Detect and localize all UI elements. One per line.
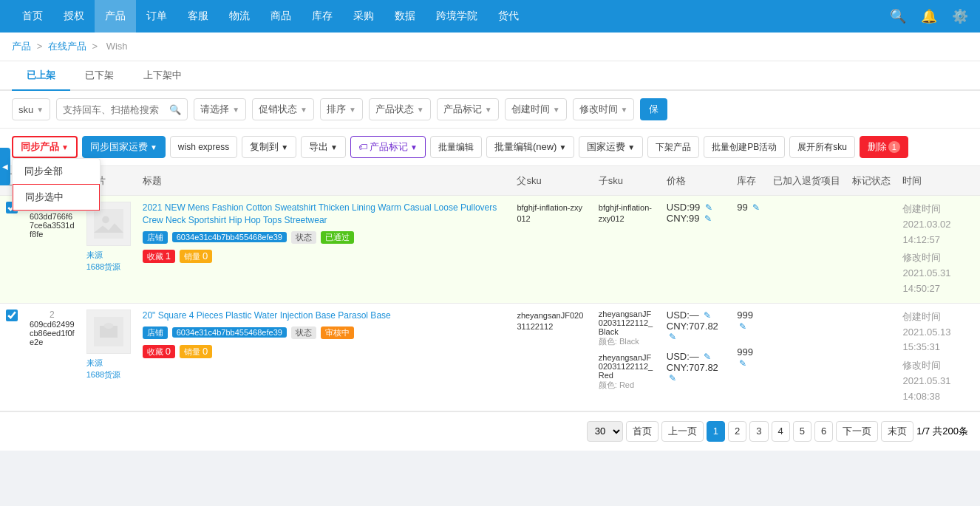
nav-data[interactable]: 数据 <box>384 0 426 33</box>
row2-checkbox-cell <box>0 303 24 411</box>
row1-status-badge: 已通过 <box>321 231 354 244</box>
row2-child-sku2: zheyangsanJF02031122112_Red <box>599 353 655 380</box>
country-shipping-dropdown: 国家运费 ▼ <box>579 136 643 158</box>
tab-delisted[interactable]: 已下架 <box>70 61 129 91</box>
breadcrumb: 产品 > 在线产品 > Wish <box>0 33 980 61</box>
row2-price-cny2-edit-icon[interactable]: ✎ <box>669 373 676 383</box>
row2-mark-cell <box>846 303 896 411</box>
batch-edit-new-button[interactable]: 批量编辑(new) ▼ <box>486 136 574 158</box>
row2-status-badge: 审核中 <box>321 326 354 339</box>
batch-create-pb-button[interactable]: 批量创建PB活动 <box>704 136 785 158</box>
filter-bar: sku ▼ 🔍 请选择 ▼ 促销状态 ▼ 排序 ▼ 产品状态 ▼ 产品标记 ▼ … <box>0 91 980 129</box>
row1-price-usd-edit-icon[interactable]: ✎ <box>705 202 712 213</box>
row2-modify-time: 修改时间 2021.05.31 14:08:38 <box>902 358 974 404</box>
batch-edit-new-arrow-icon: ▼ <box>559 143 566 151</box>
nav-logistics[interactable]: 物流 <box>219 0 260 33</box>
row2-stock2-edit-icon[interactable]: ✎ <box>739 358 746 369</box>
remove-product-button[interactable]: 下架产品 <box>647 136 699 158</box>
svg-point-1 <box>102 216 109 224</box>
page-6-button[interactable]: 6 <box>814 421 833 442</box>
delete-button[interactable]: 删除 1 <box>860 136 908 158</box>
row1-title[interactable]: 2021 NEW Mens Fashion Cotton Sweatshirt … <box>143 202 506 227</box>
row2-title[interactable]: 20" Square 4 Pieces Plastic Water Inject… <box>143 310 506 322</box>
sync-country-shipping-button[interactable]: 同步国家运费 ▼ <box>82 136 166 158</box>
create-time-filter[interactable]: 创建时间 ▼ <box>505 98 567 120</box>
sidebar-collapse-button[interactable]: ◀ <box>0 148 10 185</box>
last-page-button[interactable]: 末页 <box>881 421 913 442</box>
breadcrumb-product[interactable]: 产品 <box>12 41 31 52</box>
table-header-row: 图片 标题 父sku 子sku 价格 库存 已加入退货项目 标记状态 时间 <box>0 166 980 196</box>
row1-source-link[interactable]: 1688货源 <box>86 262 120 271</box>
copy-to-dropdown: 复制到 ▼ <box>242 136 296 158</box>
settings-icon[interactable]: ⚙️ <box>952 8 968 24</box>
page-2-button[interactable]: 2 <box>728 421 746 442</box>
sync-product-button[interactable]: 同步产品 ▼ <box>12 136 78 158</box>
nav-inventory[interactable]: 库存 <box>302 0 343 33</box>
bell-icon[interactable]: 🔔 <box>921 8 937 24</box>
search-input[interactable] <box>63 104 166 115</box>
page-5-button[interactable]: 5 <box>793 421 811 442</box>
search-icon[interactable]: 🔍 <box>169 104 181 115</box>
export-button[interactable]: 导出 ▼ <box>301 136 346 158</box>
sku-filter[interactable]: sku ▼ <box>12 98 50 120</box>
row2-price-usd2-edit-icon[interactable]: ✎ <box>704 352 711 362</box>
nav-order[interactable]: 订单 <box>136 0 177 33</box>
product-table: 图片 标题 父sku 子sku 价格 库存 已加入退货项目 标记状态 时间 <box>0 166 980 411</box>
row2-price-cny1-edit-icon[interactable]: ✎ <box>669 332 676 342</box>
product-status-filter[interactable]: 产品状态 ▼ <box>369 98 431 120</box>
category-select[interactable]: 请选择 ▼ <box>194 98 246 120</box>
promo-status-filter[interactable]: 促销状态 ▼ <box>252 98 314 120</box>
tab-listing[interactable]: 上下架中 <box>129 61 197 91</box>
row1-price-cny-edit-icon[interactable]: ✎ <box>704 213 712 224</box>
batch-edit-button[interactable]: 批量编辑 <box>430 136 482 158</box>
row2-stock-cell: 999 ✎ 999 ✎ <box>731 303 767 411</box>
sync-selected-item[interactable]: 同步选中 <box>13 184 100 211</box>
product-tag-filter[interactable]: 产品标记 ▼ <box>437 98 499 120</box>
sort-filter[interactable]: 排序 ▼ <box>320 98 363 120</box>
breadcrumb-online[interactable]: 在线产品 <box>48 41 86 52</box>
row2-shop-id[interactable]: 6034e31c4b7bb455468efe39 <box>172 327 287 338</box>
nav-purchase[interactable]: 采购 <box>343 0 384 33</box>
nav-goods[interactable]: 商品 <box>260 0 302 33</box>
nav-freight[interactable]: 货代 <box>488 0 529 33</box>
tab-listed[interactable]: 已上架 <box>12 61 70 91</box>
row2-status-label: 状态 <box>291 326 316 339</box>
row2-price-usd1-edit-icon[interactable]: ✎ <box>704 310 711 321</box>
row1-shop-id[interactable]: 6034e31c4b7bb455468efe39 <box>172 232 287 242</box>
row2-child-sku-cell: zheyangsanJF02031122112_Black 颜色: Black … <box>593 303 661 411</box>
row1-create-time: 创建时间 2021.03.02 14:12:57 <box>902 202 974 247</box>
page-3-button[interactable]: 3 <box>749 421 768 442</box>
copy-to-button[interactable]: 复制到 ▼ <box>242 136 296 158</box>
nav-academy[interactable]: 跨境学院 <box>426 0 488 33</box>
export-label: 导出 <box>309 140 328 154</box>
page-1-button[interactable]: 1 <box>707 421 725 442</box>
nav-customer[interactable]: 客服 <box>177 0 219 33</box>
page-4-button[interactable]: 4 <box>772 421 790 442</box>
page-info: 1/7 <box>916 425 930 437</box>
per-page-select[interactable]: 30 <box>587 421 623 442</box>
nav-auth[interactable]: 授权 <box>53 0 95 33</box>
nav-right-icons: 🔍 🔔 ⚙️ <box>890 8 968 24</box>
nav-home[interactable]: 首页 <box>12 0 53 33</box>
product-mark-button[interactable]: 🏷 产品标记 ▼ <box>350 136 426 158</box>
show-all-sku-button[interactable]: 展开所有sku <box>789 136 855 158</box>
search-icon[interactable]: 🔍 <box>890 8 906 24</box>
modify-time-filter[interactable]: 修改时间 ▼ <box>573 98 635 120</box>
next-page-button[interactable]: 下一页 <box>836 421 878 442</box>
first-page-button[interactable]: 首页 <box>626 421 659 442</box>
sync-product-menu: 同步全部 同步选中 <box>12 158 101 211</box>
nav-product[interactable]: 产品 <box>95 0 136 33</box>
row2-source-link[interactable]: 1688货源 <box>86 370 120 379</box>
prev-page-button[interactable]: 上一页 <box>661 421 704 442</box>
save-button[interactable]: 保 <box>640 98 667 120</box>
product-tag-label: 产品标记 <box>443 103 482 116</box>
create-time-label: 创建时间 <box>511 103 550 116</box>
row2-checkbox[interactable] <box>6 310 18 321</box>
row2-stock1-edit-icon[interactable]: ✎ <box>739 321 746 332</box>
sync-all-item[interactable]: 同步全部 <box>13 159 100 184</box>
row2-source: 来源 1688货源 <box>86 357 131 380</box>
row1-stock-edit-icon[interactable]: ✎ <box>752 202 760 213</box>
export-dropdown: 导出 ▼ <box>301 136 346 158</box>
country-shipping-button[interactable]: 国家运费 ▼ <box>579 136 643 158</box>
wish-express-button[interactable]: wish express <box>170 136 237 158</box>
